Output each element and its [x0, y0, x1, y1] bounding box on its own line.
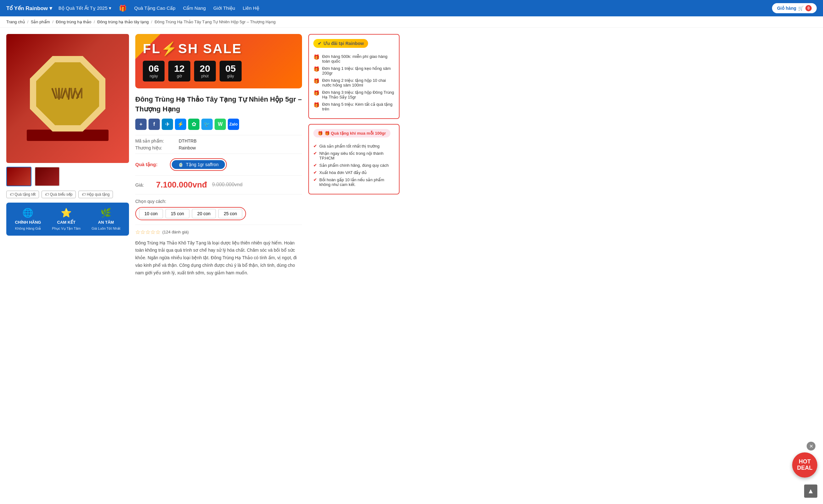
- promo-item-3: 🎁 Đơn hàng 2 triệu: tặng hộp 10 chai nướ…: [313, 78, 394, 88]
- brand-label: Thương hiệu:: [135, 145, 176, 150]
- breadcrumb-taytang[interactable]: Đông trùng hạ thảo tây tạng: [97, 19, 149, 24]
- benefit-2: ✔ Nhận ngay siêu tốc trong nội thành TP.…: [313, 151, 394, 160]
- promo-icon-1: 🎁: [313, 54, 320, 60]
- breadcrumb-dongtrung[interactable]: Đông trùng hạ thảo: [56, 19, 91, 24]
- flash-sale-title: FL⚡SH SALE: [143, 41, 295, 56]
- zalo-share[interactable]: Zalo: [228, 119, 239, 130]
- product-sku-row: Mã sản phẩm: DTHTRB: [135, 138, 302, 144]
- badge-camket-title: CAM KẾT: [57, 220, 76, 225]
- nav-links: Bộ Quà Tết Ất Tỵ 2025 ▾ 🎁 Quà Tặng Cao C…: [58, 4, 772, 12]
- countdown-minutes-num: 20: [200, 64, 210, 73]
- check-1: ✔: [313, 144, 317, 149]
- flash-lightning: ⚡: [161, 41, 178, 56]
- nav-item-lien-he[interactable]: Liên Hệ: [242, 5, 259, 11]
- qty-oval-wrapper: 10 con 15 con 20 con 25 con: [135, 207, 246, 220]
- countdown-minutes-label: phút: [200, 74, 210, 78]
- nav-item-tet[interactable]: Bộ Quà Tết Ất Tỵ 2025 ▾: [58, 5, 111, 11]
- promo-icon-3: 🎁: [313, 78, 320, 84]
- gift-benefits-title: 🎁 🎁 Quà tặng khi mua mỗi 100gr: [313, 129, 390, 138]
- breadcrumb-current: Đông Trùng Hạ Thảo Tây Tạng Tự Nhiên Hộp…: [154, 19, 275, 24]
- badge-chinhhang-title: CHÍNH HÃNG: [15, 220, 41, 225]
- gift-benefits-title-text: 🎁 Quà tặng khi mua mỗi 100gr: [325, 131, 386, 136]
- countdown-hours: 12 giờ: [168, 61, 190, 81]
- sku-value: DTHTRB: [179, 138, 197, 144]
- thumbnails: [6, 167, 129, 186]
- countdown-days-num: 06: [149, 64, 159, 73]
- badge-antam-icon: 🌿: [100, 208, 111, 218]
- brand-logo[interactable]: Tổ Yến Rainbow ▾: [6, 5, 52, 12]
- gift-icon: 🍵: [178, 162, 183, 167]
- brand-value: Rainbow: [179, 145, 196, 150]
- gift-benefits-box: 🎁 🎁 Quà tặng khi mua mỗi 100gr ✔ Giá sản…: [308, 124, 399, 194]
- promo-title: ✔ Ưu đãi tại Rainbow: [313, 39, 368, 48]
- benefit-5: ✔ Bồi hoàn gấp 10 lần nếu sản phẩm không…: [313, 177, 394, 187]
- nav-item-cam-nang[interactable]: Cẩm Nang: [183, 5, 206, 11]
- badge-antam-sub: Giá Luôn Tốt Nhất: [92, 226, 120, 230]
- countdown-hours-label: giờ: [174, 74, 184, 78]
- rating-row: ☆☆☆☆☆ (124 đánh giá): [135, 229, 302, 236]
- flash-sale-banner: FL⚡SH SALE 06 ngày 12 giờ 20 phút 05 giâ…: [135, 34, 302, 89]
- promo-item-5: 🎁 Đơn hàng 5 triệu: Kèm tất cả quà tặng …: [313, 102, 394, 111]
- cart-badge: 0: [805, 5, 812, 11]
- breadcrumb-products[interactable]: Sản phẩm: [31, 19, 50, 24]
- messenger-share[interactable]: ⚡: [175, 119, 186, 130]
- qty-section: Chọn quy cách: 10 con 15 con 20 con 25 c…: [135, 199, 302, 220]
- trust-badges: 🌐 CHÍNH HÃNG Không Hàng Giả ⭐ CAM KẾT Ph…: [6, 203, 129, 236]
- badge-chinhhang-sub: Không Hàng Giả: [15, 226, 41, 230]
- badge-antam-title: AN TÂM: [98, 220, 114, 225]
- promo-title-text: Ưu đãi tại Rainbow: [323, 41, 364, 46]
- qty-10[interactable]: 10 con: [139, 209, 163, 218]
- twitter-share[interactable]: 🐦: [201, 119, 213, 130]
- promo-item-2: 🎁 Đơn hàng 1 triệu: tặng kẹo hồng sâm 20…: [313, 66, 394, 75]
- badge-antam: 🌿 AN TÂM Giá Luôn Tốt Nhất: [92, 208, 120, 230]
- rating-count: (124 đánh giá): [162, 230, 189, 234]
- countdown-seconds-num: 05: [225, 64, 235, 73]
- tag-sep[interactable]: 🏷 Quà biểu sếp: [41, 191, 76, 198]
- qty-25[interactable]: 25 con: [218, 209, 242, 218]
- check-2: ✔: [313, 151, 317, 156]
- badge-chinhhang: 🌐 CHÍNH HÃNG Không Hàng Giả: [15, 208, 41, 230]
- check-4: ✔: [313, 170, 317, 175]
- main-product-image[interactable]: [6, 34, 129, 163]
- price-row: Giá: 7.100.000vnđ 9.000.000vnd: [135, 180, 302, 190]
- nav-item-qua-tang[interactable]: Quà Tặng Cao Cấp: [134, 5, 176, 11]
- share-button[interactable]: +: [135, 119, 147, 130]
- gift-text: Tặng 1gr saffron: [186, 162, 219, 167]
- social-share: + f ✈ ⚡ ✿ 🐦 W Zalo: [135, 119, 302, 130]
- tag-tet[interactable]: 🏷 Quà tặng tết: [6, 191, 39, 198]
- gift-row-label: Quà tặng:: [135, 162, 167, 167]
- check-3: ✔: [313, 163, 317, 168]
- gift-button[interactable]: 🍵 Tặng 1gr saffron: [172, 160, 225, 169]
- product-tags: 🏷 Quà tặng tết 🏷 Quà biểu sếp 🏷 Hộp quà …: [6, 191, 129, 198]
- nav-item-gioi-thieu[interactable]: Giới Thiệu: [213, 5, 235, 11]
- dropdown-icon: ▾: [109, 5, 111, 11]
- badge-chinhhang-icon: 🌐: [22, 208, 33, 218]
- gift-oval-wrapper: 🍵 Tặng 1gr saffron: [170, 158, 227, 171]
- tag-hop[interactable]: 🏷 Hộp quà tặng: [78, 191, 113, 198]
- promo-item-1: 🎁 Đơn hàng 500k: miễn phí giao hàng toàn…: [313, 54, 394, 63]
- facebook-share[interactable]: f: [149, 119, 160, 130]
- telegram-share[interactable]: ✈: [162, 119, 173, 130]
- wechat-share[interactable]: ✿: [188, 119, 199, 130]
- benefit-3: ✔ Sản phẩm chính hãng, đúng quy cách: [313, 163, 394, 168]
- breadcrumb: Trang chủ / Sản phẩm / Đông trùng hạ thả…: [0, 16, 823, 28]
- top-nav: Tổ Yến Rainbow ▾ Bộ Quà Tết Ất Tỵ 2025 ▾…: [0, 0, 823, 16]
- breadcrumb-home[interactable]: Trang chủ: [6, 19, 25, 24]
- product-info: FL⚡SH SALE 06 ngày 12 giờ 20 phút 05 giâ…: [135, 34, 302, 277]
- divider-1: [135, 135, 302, 135]
- cart-button[interactable]: Giỏ hàng 🛒 0: [772, 3, 817, 13]
- thumbnail-2[interactable]: [35, 167, 60, 186]
- product-illustration: [27, 56, 109, 141]
- brand-name: Tổ Yến Rainbow ▾: [6, 5, 52, 12]
- divider-4: [135, 194, 302, 194]
- main-container: 🏷 Quà tặng tết 🏷 Quà biểu sếp 🏷 Hộp quà …: [0, 28, 441, 283]
- benefit-1: ✔ Giá sản phẩm tốt nhất thị trường: [313, 144, 394, 149]
- qty-20[interactable]: 20 con: [192, 209, 216, 218]
- qty-15[interactable]: 15 con: [165, 209, 189, 218]
- divider-3: [135, 175, 302, 176]
- thumbnail-1[interactable]: [6, 167, 31, 186]
- promo-icon-2: 🎁: [313, 66, 320, 72]
- countdown: 06 ngày 12 giờ 20 phút 05 giây: [143, 61, 295, 81]
- promo-icon-4: 🎁: [313, 90, 320, 96]
- whatsapp-share[interactable]: W: [214, 119, 226, 130]
